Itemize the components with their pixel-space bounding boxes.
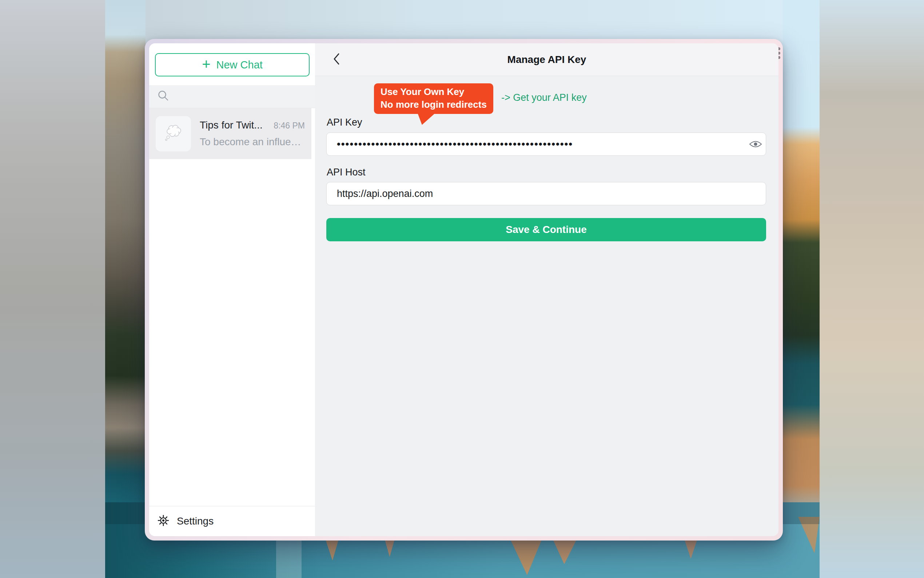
wallpaper-mountain-strip bbox=[105, 0, 146, 578]
tooltip-tail bbox=[417, 113, 436, 125]
chevron-left-icon bbox=[332, 52, 341, 68]
chat-title: Tips for Twit... bbox=[200, 119, 263, 131]
main-panel: Manage API Key Use Your Own Key No more … bbox=[315, 43, 778, 536]
thought-balloon-icon bbox=[163, 123, 184, 144]
wallpaper-blur-left bbox=[0, 0, 105, 578]
get-api-key-link[interactable]: -> Get your API key bbox=[501, 92, 587, 103]
settings-label: Settings bbox=[177, 515, 214, 527]
tooltip-line1: Use Your Own Key bbox=[380, 86, 487, 98]
api-host-input[interactable] bbox=[326, 182, 766, 205]
eye-icon[interactable] bbox=[747, 138, 764, 152]
page-title: Manage API Key bbox=[315, 54, 778, 65]
back-button[interactable] bbox=[328, 43, 345, 76]
gear-icon bbox=[157, 514, 170, 528]
chat-avatar bbox=[156, 116, 191, 151]
main-body: Use Your Own Key No more login redirects… bbox=[315, 76, 778, 536]
new-chat-button[interactable]: + New Chat bbox=[155, 53, 309, 76]
wallpaper-cliff-strip bbox=[783, 0, 820, 578]
sidebar: + New Chat bbox=[149, 43, 315, 536]
save-continue-button[interactable]: Save & Continue bbox=[326, 218, 766, 241]
plus-icon: + bbox=[202, 57, 210, 71]
search-icon bbox=[157, 89, 170, 103]
chat-time: 8:46 PM bbox=[273, 121, 305, 131]
wallpaper-blur-right bbox=[820, 0, 924, 578]
chat-list-item[interactable]: Tips for Twit... 8:46 PM To become an in… bbox=[149, 108, 311, 159]
app-window: + New Chat bbox=[145, 39, 783, 541]
search-input[interactable] bbox=[149, 85, 315, 108]
main-header: Manage API Key bbox=[315, 43, 778, 76]
chat-preview: To become an influence... bbox=[200, 136, 305, 148]
sidebar-spacer bbox=[149, 159, 315, 506]
new-chat-label: New Chat bbox=[217, 59, 263, 71]
use-own-key-tooltip: Use Your Own Key No more login redirects bbox=[374, 83, 493, 114]
tooltip-line2: No more login redirects bbox=[380, 98, 487, 111]
api-key-label: API Key bbox=[327, 117, 362, 128]
api-key-input[interactable] bbox=[326, 133, 766, 156]
api-host-label: API Host bbox=[327, 167, 366, 178]
settings-button[interactable]: Settings bbox=[149, 506, 315, 536]
